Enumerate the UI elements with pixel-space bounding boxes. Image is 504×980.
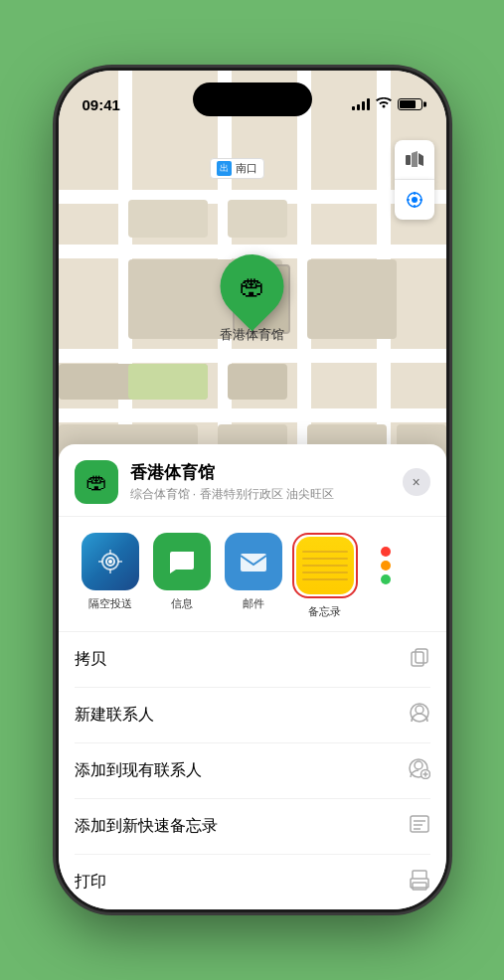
action-new-contact-label: 新建联系人 bbox=[75, 705, 154, 726]
new-contact-icon bbox=[409, 702, 430, 729]
svg-marker-2 bbox=[419, 153, 423, 166]
notes-icon bbox=[296, 537, 354, 594]
svg-rect-30 bbox=[413, 871, 426, 879]
venue-icon: 🏟 bbox=[75, 460, 118, 504]
share-row: 隔空投送 信息 邮件 bbox=[59, 517, 446, 632]
signal-icon bbox=[352, 98, 370, 110]
phone-frame: 09:41 bbox=[59, 71, 446, 909]
map-controls bbox=[395, 140, 434, 220]
message-icon bbox=[153, 533, 211, 590]
action-print-label: 打印 bbox=[75, 872, 106, 893]
airdrop-icon bbox=[82, 533, 139, 590]
venue-subtitle: 综合体育馆 · 香港特别行政区 油尖旺区 bbox=[130, 486, 403, 503]
bottom-sheet: 🏟 香港体育馆 综合体育馆 · 香港特别行政区 油尖旺区 × bbox=[59, 444, 446, 909]
share-item-message[interactable]: 信息 bbox=[146, 533, 218, 619]
svg-rect-17 bbox=[416, 649, 427, 663]
pin-icon: 🏟 bbox=[240, 271, 265, 302]
more-dots-icon bbox=[381, 535, 391, 584]
pin-bubble: 🏟 bbox=[207, 242, 297, 332]
close-button[interactable]: × bbox=[403, 468, 430, 496]
map-label: 出 南口 bbox=[210, 158, 264, 179]
share-item-mail[interactable]: 邮件 bbox=[218, 533, 289, 619]
share-item-airdrop[interactable]: 隔空投送 bbox=[75, 533, 146, 619]
svg-rect-16 bbox=[241, 554, 266, 572]
action-add-existing[interactable]: 添加到现有联系人 bbox=[75, 743, 430, 799]
share-item-notes[interactable]: 备忘录 bbox=[289, 533, 361, 619]
share-more-button[interactable] bbox=[361, 533, 411, 619]
action-quick-note[interactable]: 添加到新快速备忘录 bbox=[75, 799, 430, 855]
copy-icon bbox=[409, 646, 430, 673]
svg-rect-18 bbox=[412, 652, 423, 666]
airdrop-label: 隔空投送 bbox=[88, 596, 132, 611]
action-copy-label: 拷贝 bbox=[75, 649, 106, 670]
map-type-button[interactable] bbox=[395, 140, 434, 180]
svg-marker-1 bbox=[412, 151, 418, 167]
svg-point-19 bbox=[416, 706, 423, 714]
location-button[interactable] bbox=[395, 180, 434, 220]
status-icons bbox=[352, 97, 422, 112]
notes-lines-decoration bbox=[302, 551, 348, 580]
action-add-existing-label: 添加到现有联系人 bbox=[75, 760, 202, 781]
map-label-badge: 出 bbox=[217, 161, 232, 176]
status-time: 09:41 bbox=[83, 96, 120, 113]
print-icon bbox=[409, 869, 430, 896]
svg-point-4 bbox=[412, 197, 418, 203]
wifi-icon bbox=[376, 97, 392, 112]
battery-icon bbox=[398, 98, 422, 110]
svg-point-11 bbox=[108, 560, 112, 564]
notes-label: 备忘录 bbox=[308, 604, 341, 619]
message-label: 信息 bbox=[171, 596, 193, 611]
add-contact-icon bbox=[409, 757, 430, 784]
action-new-contact[interactable]: 新建联系人 bbox=[75, 688, 430, 743]
action-quick-note-label: 添加到新快速备忘录 bbox=[75, 816, 218, 837]
svg-point-21 bbox=[415, 761, 422, 769]
action-list: 拷贝 新建联系人 bbox=[59, 632, 446, 909]
action-print[interactable]: 打印 bbox=[75, 855, 430, 909]
venue-name: 香港体育馆 bbox=[130, 461, 403, 484]
action-copy[interactable]: 拷贝 bbox=[75, 632, 430, 688]
location-pin: 🏟 香港体育馆 bbox=[220, 254, 284, 344]
dynamic-island bbox=[193, 82, 312, 116]
svg-rect-0 bbox=[406, 155, 411, 165]
quick-note-icon bbox=[409, 813, 430, 840]
mail-label: 邮件 bbox=[243, 596, 264, 611]
venue-info: 香港体育馆 综合体育馆 · 香港特别行政区 油尖旺区 bbox=[130, 461, 403, 503]
venue-header: 🏟 香港体育馆 综合体育馆 · 香港特别行政区 油尖旺区 × bbox=[59, 444, 446, 517]
mail-icon bbox=[225, 533, 282, 590]
svg-rect-31 bbox=[413, 883, 426, 890]
